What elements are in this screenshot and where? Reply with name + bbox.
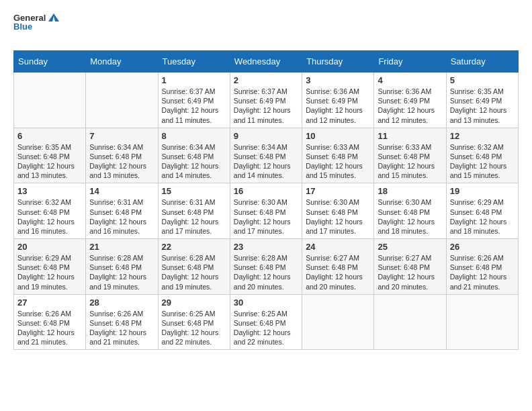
day-info: Sunrise: 6:27 AM Sunset: 6:48 PM Dayligh… <box>378 253 442 291</box>
day-info: Sunrise: 6:26 AM Sunset: 6:48 PM Dayligh… <box>89 309 154 347</box>
day-number: 25 <box>378 242 442 252</box>
logo: General Blue <box>13 13 47 44</box>
week-row-3: 13Sunrise: 6:32 AM Sunset: 6:48 PM Dayli… <box>14 183 519 239</box>
day-info: Sunrise: 6:28 AM Sunset: 6:48 PM Dayligh… <box>234 253 298 291</box>
day-number: 22 <box>162 242 226 252</box>
calendar-cell: 5Sunrise: 6:35 AM Sunset: 6:49 PM Daylig… <box>446 73 518 128</box>
weekday-header-tuesday: Tuesday <box>158 51 230 73</box>
calendar-cell <box>14 73 86 128</box>
calendar-cell: 16Sunrise: 6:30 AM Sunset: 6:48 PM Dayli… <box>230 183 302 239</box>
day-number: 10 <box>306 131 370 141</box>
day-info: Sunrise: 6:35 AM Sunset: 6:49 PM Dayligh… <box>450 87 515 125</box>
day-info: Sunrise: 6:37 AM Sunset: 6:49 PM Dayligh… <box>234 87 298 125</box>
day-number: 20 <box>17 242 82 252</box>
calendar-cell: 28Sunrise: 6:26 AM Sunset: 6:48 PM Dayli… <box>86 294 158 350</box>
logo-container: General Blue <box>13 13 47 44</box>
calendar-cell: 14Sunrise: 6:31 AM Sunset: 6:48 PM Dayli… <box>86 183 158 239</box>
day-number: 1 <box>162 75 226 85</box>
day-info: Sunrise: 6:33 AM Sunset: 6:48 PM Dayligh… <box>378 142 442 181</box>
day-number: 23 <box>234 242 298 252</box>
calendar-cell: 6Sunrise: 6:35 AM Sunset: 6:48 PM Daylig… <box>14 128 86 183</box>
weekday-header-sunday: Sunday <box>14 51 86 73</box>
calendar-cell: 30Sunrise: 6:25 AM Sunset: 6:48 PM Dayli… <box>230 294 302 350</box>
day-number: 14 <box>89 186 154 196</box>
calendar-cell: 21Sunrise: 6:28 AM Sunset: 6:48 PM Dayli… <box>86 239 158 295</box>
calendar-cell: 26Sunrise: 6:26 AM Sunset: 6:48 PM Dayli… <box>446 239 518 295</box>
calendar-table: SundayMondayTuesdayWednesdayThursdayFrid… <box>13 50 519 350</box>
calendar-cell <box>374 294 446 350</box>
calendar-cell: 20Sunrise: 6:29 AM Sunset: 6:48 PM Dayli… <box>14 239 86 295</box>
day-info: Sunrise: 6:37 AM Sunset: 6:49 PM Dayligh… <box>162 87 226 125</box>
logo-graphic: General Blue <box>13 13 47 44</box>
day-info: Sunrise: 6:30 AM Sunset: 6:48 PM Dayligh… <box>306 197 370 236</box>
week-row-2: 6Sunrise: 6:35 AM Sunset: 6:48 PM Daylig… <box>14 128 519 183</box>
day-info: Sunrise: 6:26 AM Sunset: 6:48 PM Dayligh… <box>450 253 515 291</box>
day-number: 24 <box>306 242 370 252</box>
calendar-cell: 7Sunrise: 6:34 AM Sunset: 6:48 PM Daylig… <box>86 128 158 183</box>
day-number: 5 <box>450 75 515 85</box>
calendar-cell: 10Sunrise: 6:33 AM Sunset: 6:48 PM Dayli… <box>302 128 374 183</box>
calendar-cell: 27Sunrise: 6:26 AM Sunset: 6:48 PM Dayli… <box>14 294 86 350</box>
calendar-cell: 1Sunrise: 6:37 AM Sunset: 6:49 PM Daylig… <box>158 73 230 128</box>
weekday-header-monday: Monday <box>86 51 158 73</box>
day-number: 11 <box>378 131 442 141</box>
weekday-header-friday: Friday <box>374 51 446 73</box>
calendar-cell: 24Sunrise: 6:27 AM Sunset: 6:48 PM Dayli… <box>302 239 374 295</box>
day-number: 26 <box>450 242 515 252</box>
logo-blue: Blue <box>13 22 47 31</box>
day-info: Sunrise: 6:29 AM Sunset: 6:48 PM Dayligh… <box>450 197 515 236</box>
day-info: Sunrise: 6:34 AM Sunset: 6:48 PM Dayligh… <box>162 142 226 181</box>
day-info: Sunrise: 6:26 AM Sunset: 6:48 PM Dayligh… <box>17 309 82 347</box>
day-number: 7 <box>89 131 154 141</box>
calendar-cell: 17Sunrise: 6:30 AM Sunset: 6:48 PM Dayli… <box>302 183 374 239</box>
calendar-cell <box>86 73 158 128</box>
calendar-cell: 4Sunrise: 6:36 AM Sunset: 6:49 PM Daylig… <box>374 73 446 128</box>
day-info: Sunrise: 6:32 AM Sunset: 6:48 PM Dayligh… <box>450 142 515 181</box>
day-info: Sunrise: 6:30 AM Sunset: 6:48 PM Dayligh… <box>234 197 298 236</box>
day-number: 15 <box>162 186 226 196</box>
day-number: 17 <box>306 186 370 196</box>
day-info: Sunrise: 6:29 AM Sunset: 6:48 PM Dayligh… <box>17 253 82 291</box>
weekday-header-wednesday: Wednesday <box>230 51 302 73</box>
weekday-header-thursday: Thursday <box>302 51 374 73</box>
day-number: 2 <box>234 75 298 85</box>
day-info: Sunrise: 6:30 AM Sunset: 6:48 PM Dayligh… <box>378 197 442 236</box>
calendar-cell <box>446 294 518 350</box>
day-number: 3 <box>306 75 370 85</box>
day-number: 9 <box>234 131 298 141</box>
calendar-cell <box>302 294 374 350</box>
week-row-1: 1Sunrise: 6:37 AM Sunset: 6:49 PM Daylig… <box>14 73 519 128</box>
weekday-header-row: SundayMondayTuesdayWednesdayThursdayFrid… <box>14 51 519 73</box>
calendar-cell: 12Sunrise: 6:32 AM Sunset: 6:48 PM Dayli… <box>446 128 518 183</box>
day-number: 4 <box>378 75 442 85</box>
day-number: 18 <box>378 186 442 196</box>
calendar-cell: 9Sunrise: 6:34 AM Sunset: 6:48 PM Daylig… <box>230 128 302 183</box>
day-number: 27 <box>17 298 82 308</box>
calendar-cell: 19Sunrise: 6:29 AM Sunset: 6:48 PM Dayli… <box>446 183 518 239</box>
day-info: Sunrise: 6:36 AM Sunset: 6:49 PM Dayligh… <box>306 87 370 125</box>
day-number: 13 <box>17 186 82 196</box>
day-number: 29 <box>162 298 226 308</box>
calendar-cell: 29Sunrise: 6:25 AM Sunset: 6:48 PM Dayli… <box>158 294 230 350</box>
calendar-cell: 3Sunrise: 6:36 AM Sunset: 6:49 PM Daylig… <box>302 73 374 128</box>
svg-marker-0 <box>48 13 59 21</box>
calendar-cell: 2Sunrise: 6:37 AM Sunset: 6:49 PM Daylig… <box>230 73 302 128</box>
calendar-cell: 11Sunrise: 6:33 AM Sunset: 6:48 PM Dayli… <box>374 128 446 183</box>
calendar-cell: 13Sunrise: 6:32 AM Sunset: 6:48 PM Dayli… <box>14 183 86 239</box>
day-info: Sunrise: 6:34 AM Sunset: 6:48 PM Dayligh… <box>234 142 298 181</box>
day-number: 6 <box>17 131 82 141</box>
page-header: General Blue <box>13 13 519 44</box>
calendar-cell: 18Sunrise: 6:30 AM Sunset: 6:48 PM Dayli… <box>374 183 446 239</box>
week-row-5: 27Sunrise: 6:26 AM Sunset: 6:48 PM Dayli… <box>14 294 519 350</box>
day-number: 28 <box>89 298 154 308</box>
calendar-cell: 25Sunrise: 6:27 AM Sunset: 6:48 PM Dayli… <box>374 239 446 295</box>
day-info: Sunrise: 6:34 AM Sunset: 6:48 PM Dayligh… <box>89 142 154 181</box>
day-info: Sunrise: 6:25 AM Sunset: 6:48 PM Dayligh… <box>234 309 298 347</box>
day-info: Sunrise: 6:31 AM Sunset: 6:48 PM Dayligh… <box>89 197 154 236</box>
day-info: Sunrise: 6:35 AM Sunset: 6:48 PM Dayligh… <box>17 142 82 181</box>
day-info: Sunrise: 6:27 AM Sunset: 6:48 PM Dayligh… <box>306 253 370 291</box>
day-info: Sunrise: 6:28 AM Sunset: 6:48 PM Dayligh… <box>162 253 226 291</box>
calendar-cell: 8Sunrise: 6:34 AM Sunset: 6:48 PM Daylig… <box>158 128 230 183</box>
calendar-cell: 22Sunrise: 6:28 AM Sunset: 6:48 PM Dayli… <box>158 239 230 295</box>
calendar-cell: 15Sunrise: 6:31 AM Sunset: 6:48 PM Dayli… <box>158 183 230 239</box>
